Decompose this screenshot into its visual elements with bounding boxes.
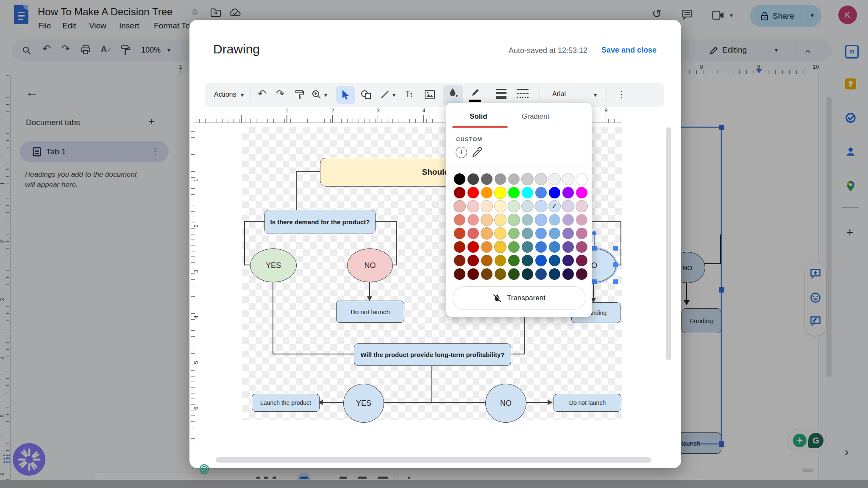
color-swatch[interactable] <box>480 186 493 199</box>
color-swatch[interactable] <box>493 172 507 186</box>
color-swatch[interactable] <box>548 267 561 281</box>
color-swatch[interactable] <box>520 199 534 213</box>
color-swatch[interactable] <box>561 199 575 213</box>
color-swatch[interactable] <box>548 213 561 226</box>
color-swatch[interactable] <box>575 199 588 213</box>
flow-do-not-launch-box[interactable]: Do not launch <box>336 301 404 323</box>
color-swatch[interactable] <box>575 186 588 199</box>
color-swatch[interactable] <box>520 267 534 281</box>
eyedropper-icon[interactable] <box>472 147 483 158</box>
color-swatch[interactable] <box>561 186 575 199</box>
color-swatch[interactable] <box>466 254 480 267</box>
color-swatch[interactable] <box>493 213 507 226</box>
color-swatch[interactable] <box>520 226 534 240</box>
shape-resize-handle[interactable] <box>592 246 597 251</box>
transparent-button[interactable]: Transparent <box>453 286 585 310</box>
color-swatch[interactable] <box>520 213 534 226</box>
color-swatch[interactable] <box>534 199 548 213</box>
shape-resize-handle[interactable] <box>613 279 618 284</box>
color-swatch[interactable] <box>493 267 507 281</box>
flow-launch-product-box[interactable]: Launch the product <box>252 394 320 412</box>
color-swatch[interactable] <box>561 213 575 226</box>
flow-no2-ellipse[interactable]: NO <box>485 384 526 423</box>
color-swatch[interactable] <box>507 199 520 213</box>
color-swatch[interactable] <box>453 267 466 281</box>
color-swatch[interactable] <box>548 240 561 254</box>
color-swatch[interactable] <box>534 172 548 186</box>
color-swatch[interactable] <box>507 226 520 240</box>
color-swatch[interactable] <box>493 254 507 267</box>
shape-resize-handle[interactable] <box>613 246 618 251</box>
color-swatch[interactable] <box>493 226 507 240</box>
color-swatch[interactable] <box>548 186 561 199</box>
color-swatch[interactable] <box>561 254 575 267</box>
color-swatch[interactable] <box>507 172 520 186</box>
color-swatch[interactable] <box>466 213 480 226</box>
color-swatch[interactable] <box>534 213 548 226</box>
color-swatch[interactable] <box>575 213 588 226</box>
color-swatch[interactable] <box>575 240 588 254</box>
color-swatch[interactable] <box>480 254 493 267</box>
color-swatch[interactable] <box>534 267 548 281</box>
shape-resize-handle[interactable] <box>613 262 618 267</box>
color-swatch[interactable] <box>507 186 520 199</box>
color-swatch[interactable] <box>480 267 493 281</box>
color-swatch[interactable] <box>480 226 493 240</box>
flow-yes2-ellipse[interactable]: YES <box>343 384 384 423</box>
color-swatch[interactable] <box>466 172 480 186</box>
color-swatch[interactable] <box>466 267 480 281</box>
color-swatch[interactable] <box>507 267 520 281</box>
color-swatch[interactable] <box>507 240 520 254</box>
color-swatch[interactable] <box>453 213 466 226</box>
color-swatch[interactable] <box>534 186 548 199</box>
color-swatch[interactable] <box>453 199 466 213</box>
color-swatch[interactable] <box>466 226 480 240</box>
rotation-handle[interactable] <box>592 231 596 235</box>
flow-profit-box[interactable]: Will the product provide long-term profi… <box>354 343 511 366</box>
color-swatch[interactable]: ✓ <box>548 199 561 213</box>
color-swatch[interactable] <box>453 226 466 240</box>
color-swatch[interactable] <box>575 267 588 281</box>
color-swatch[interactable] <box>561 240 575 254</box>
color-swatch[interactable] <box>507 254 520 267</box>
flow-do-not-launch2-box[interactable]: Do not launch <box>554 394 621 412</box>
color-swatch[interactable] <box>466 199 480 213</box>
color-swatch[interactable] <box>493 240 507 254</box>
color-swatch[interactable] <box>548 172 561 186</box>
color-swatch[interactable] <box>466 186 480 199</box>
color-swatch[interactable] <box>561 226 575 240</box>
color-swatch[interactable] <box>520 172 534 186</box>
color-swatch[interactable] <box>466 240 480 254</box>
color-swatch[interactable] <box>453 172 466 186</box>
canvas-scrollbar-vertical[interactable] <box>666 127 671 360</box>
shape-resize-handle[interactable] <box>592 279 597 284</box>
color-swatch[interactable] <box>520 254 534 267</box>
tab-solid[interactable]: Solid <box>470 112 487 121</box>
color-swatch[interactable] <box>575 226 588 240</box>
color-swatch[interactable] <box>507 213 520 226</box>
color-swatch[interactable] <box>520 240 534 254</box>
color-swatch[interactable] <box>453 186 466 199</box>
color-swatch[interactable] <box>548 254 561 267</box>
color-swatch[interactable] <box>480 213 493 226</box>
color-swatch[interactable] <box>480 240 493 254</box>
flow-no-ellipse[interactable]: NO <box>347 248 393 282</box>
tab-gradient[interactable]: Gradient <box>522 112 549 121</box>
color-swatch[interactable] <box>453 254 466 267</box>
color-swatch[interactable] <box>534 254 548 267</box>
flow-demand-box[interactable]: Is there demand for the product? <box>264 210 376 234</box>
add-custom-color-icon[interactable]: + <box>456 147 467 158</box>
canvas-scrollbar-horizontal[interactable] <box>216 457 651 463</box>
color-swatch[interactable] <box>493 186 507 199</box>
color-swatch[interactable] <box>561 267 575 281</box>
color-swatch[interactable] <box>561 172 575 186</box>
color-swatch[interactable] <box>534 226 548 240</box>
color-swatch[interactable] <box>480 172 493 186</box>
color-swatch[interactable] <box>548 226 561 240</box>
color-swatch[interactable] <box>534 240 548 254</box>
color-swatch[interactable] <box>493 199 507 213</box>
color-swatch[interactable] <box>520 186 534 199</box>
color-swatch[interactable] <box>480 199 493 213</box>
color-swatch[interactable] <box>575 254 588 267</box>
color-swatch[interactable] <box>575 172 588 186</box>
